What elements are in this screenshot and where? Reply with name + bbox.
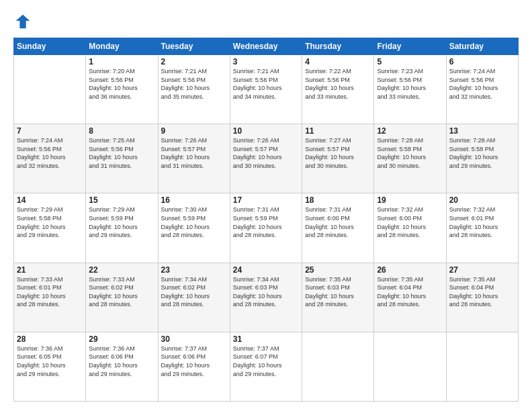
day-info: Sunrise: 7:21 AM Sunset: 5:56 PM Dayligh…	[161, 67, 227, 101]
day-number: 12	[377, 126, 443, 136]
calendar-header-friday: Friday	[374, 38, 446, 55]
day-number: 13	[449, 126, 515, 136]
day-number: 26	[377, 265, 443, 275]
calendar-cell: 20Sunrise: 7:32 AM Sunset: 6:01 PM Dayli…	[446, 193, 518, 263]
calendar-cell: 28Sunrise: 7:36 AM Sunset: 6:05 PM Dayli…	[14, 332, 86, 401]
calendar-cell: 9Sunrise: 7:26 AM Sunset: 5:57 PM Daylig…	[158, 124, 230, 193]
calendar-cell: 19Sunrise: 7:32 AM Sunset: 6:00 PM Dayli…	[374, 193, 446, 263]
day-info: Sunrise: 7:37 AM Sunset: 6:07 PM Dayligh…	[233, 345, 299, 378]
svg-marker-0	[16, 15, 30, 29]
calendar-cell: 29Sunrise: 7:36 AM Sunset: 6:06 PM Dayli…	[86, 332, 158, 401]
calendar-cell: 7Sunrise: 7:24 AM Sunset: 5:56 PM Daylig…	[14, 124, 86, 193]
calendar-cell: 12Sunrise: 7:28 AM Sunset: 5:58 PM Dayli…	[374, 124, 446, 193]
day-number: 3	[233, 57, 299, 66]
calendar-cell: 4Sunrise: 7:22 AM Sunset: 5:56 PM Daylig…	[302, 55, 374, 124]
day-info: Sunrise: 7:35 AM Sunset: 6:04 PM Dayligh…	[449, 275, 515, 309]
day-info: Sunrise: 7:21 AM Sunset: 5:56 PM Dayligh…	[233, 67, 299, 101]
day-info: Sunrise: 7:37 AM Sunset: 6:06 PM Dayligh…	[161, 345, 227, 378]
day-number: 9	[161, 126, 227, 136]
calendar-cell: 1Sunrise: 7:20 AM Sunset: 5:56 PM Daylig…	[86, 55, 158, 124]
day-number: 24	[233, 265, 299, 275]
day-number: 15	[89, 195, 154, 205]
day-info: Sunrise: 7:33 AM Sunset: 6:01 PM Dayligh…	[17, 275, 83, 309]
calendar-week-5: 28Sunrise: 7:36 AM Sunset: 6:05 PM Dayli…	[14, 332, 519, 401]
calendar-cell: 27Sunrise: 7:35 AM Sunset: 6:04 PM Dayli…	[446, 263, 518, 332]
calendar-cell	[302, 332, 374, 401]
day-info: Sunrise: 7:35 AM Sunset: 6:04 PM Dayligh…	[377, 275, 443, 309]
calendar-cell: 26Sunrise: 7:35 AM Sunset: 6:04 PM Dayli…	[374, 263, 446, 332]
day-number: 29	[89, 334, 154, 344]
day-number: 25	[305, 265, 371, 275]
logo-icon	[13, 12, 32, 31]
calendar-cell: 24Sunrise: 7:34 AM Sunset: 6:03 PM Dayli…	[230, 263, 302, 332]
calendar-header-row: SundayMondayTuesdayWednesdayThursdayFrid…	[14, 38, 519, 55]
calendar-cell: 3Sunrise: 7:21 AM Sunset: 5:56 PM Daylig…	[230, 55, 302, 124]
calendar-cell: 31Sunrise: 7:37 AM Sunset: 6:07 PM Dayli…	[230, 332, 302, 401]
day-info: Sunrise: 7:25 AM Sunset: 5:56 PM Dayligh…	[89, 136, 154, 170]
calendar-week-1: 1Sunrise: 7:20 AM Sunset: 5:56 PM Daylig…	[14, 55, 519, 124]
day-info: Sunrise: 7:26 AM Sunset: 5:57 PM Dayligh…	[161, 136, 227, 170]
day-number: 19	[377, 195, 443, 205]
day-number: 16	[161, 195, 227, 205]
calendar-table: SundayMondayTuesdayWednesdayThursdayFrid…	[13, 38, 519, 402]
calendar-cell: 11Sunrise: 7:27 AM Sunset: 5:57 PM Dayli…	[302, 124, 374, 193]
day-number: 6	[449, 57, 515, 66]
header	[13, 12, 519, 31]
day-info: Sunrise: 7:33 AM Sunset: 6:02 PM Dayligh…	[89, 275, 154, 309]
day-number: 28	[17, 334, 83, 344]
day-info: Sunrise: 7:30 AM Sunset: 5:59 PM Dayligh…	[161, 205, 227, 239]
day-number: 11	[305, 126, 371, 136]
day-number: 2	[161, 57, 227, 66]
day-info: Sunrise: 7:27 AM Sunset: 5:57 PM Dayligh…	[305, 136, 371, 170]
day-info: Sunrise: 7:36 AM Sunset: 6:06 PM Dayligh…	[89, 345, 154, 378]
calendar-cell: 17Sunrise: 7:31 AM Sunset: 5:59 PM Dayli…	[230, 193, 302, 263]
calendar-header-tuesday: Tuesday	[158, 38, 230, 55]
day-number: 31	[233, 334, 299, 344]
day-info: Sunrise: 7:28 AM Sunset: 5:58 PM Dayligh…	[449, 136, 515, 170]
calendar-week-3: 14Sunrise: 7:29 AM Sunset: 5:58 PM Dayli…	[14, 193, 519, 263]
day-number: 23	[161, 265, 227, 275]
day-info: Sunrise: 7:26 AM Sunset: 5:57 PM Dayligh…	[233, 136, 299, 170]
day-info: Sunrise: 7:29 AM Sunset: 5:58 PM Dayligh…	[17, 205, 83, 239]
calendar-header-wednesday: Wednesday	[230, 38, 302, 55]
day-info: Sunrise: 7:22 AM Sunset: 5:56 PM Dayligh…	[305, 67, 371, 101]
day-number: 8	[89, 126, 154, 136]
day-info: Sunrise: 7:24 AM Sunset: 5:56 PM Dayligh…	[449, 67, 515, 101]
day-info: Sunrise: 7:32 AM Sunset: 6:00 PM Dayligh…	[377, 205, 443, 239]
calendar-header-monday: Monday	[86, 38, 158, 55]
calendar-cell	[14, 55, 86, 124]
logo	[13, 12, 35, 31]
day-number: 30	[161, 334, 227, 344]
calendar-cell: 30Sunrise: 7:37 AM Sunset: 6:06 PM Dayli…	[158, 332, 230, 401]
calendar-cell: 5Sunrise: 7:23 AM Sunset: 5:56 PM Daylig…	[374, 55, 446, 124]
page: SundayMondayTuesdayWednesdayThursdayFrid…	[0, 0, 532, 411]
day-info: Sunrise: 7:35 AM Sunset: 6:03 PM Dayligh…	[305, 275, 371, 309]
calendar-cell: 2Sunrise: 7:21 AM Sunset: 5:56 PM Daylig…	[158, 55, 230, 124]
day-number: 21	[17, 265, 83, 275]
day-number: 7	[17, 126, 83, 136]
calendar-cell: 10Sunrise: 7:26 AM Sunset: 5:57 PM Dayli…	[230, 124, 302, 193]
day-info: Sunrise: 7:24 AM Sunset: 5:56 PM Dayligh…	[17, 136, 83, 170]
calendar-cell: 13Sunrise: 7:28 AM Sunset: 5:58 PM Dayli…	[446, 124, 518, 193]
calendar-cell: 23Sunrise: 7:34 AM Sunset: 6:02 PM Dayli…	[158, 263, 230, 332]
day-number: 27	[449, 265, 515, 275]
calendar-cell	[446, 332, 518, 401]
day-info: Sunrise: 7:32 AM Sunset: 6:01 PM Dayligh…	[449, 205, 515, 239]
calendar-cell: 14Sunrise: 7:29 AM Sunset: 5:58 PM Dayli…	[14, 193, 86, 263]
day-number: 1	[89, 57, 154, 66]
calendar-cell: 18Sunrise: 7:31 AM Sunset: 6:00 PM Dayli…	[302, 193, 374, 263]
calendar-cell	[374, 332, 446, 401]
day-info: Sunrise: 7:20 AM Sunset: 5:56 PM Dayligh…	[89, 67, 154, 101]
day-info: Sunrise: 7:28 AM Sunset: 5:58 PM Dayligh…	[377, 136, 443, 170]
calendar-cell: 22Sunrise: 7:33 AM Sunset: 6:02 PM Dayli…	[86, 263, 158, 332]
day-info: Sunrise: 7:31 AM Sunset: 6:00 PM Dayligh…	[305, 205, 371, 239]
calendar-header-sunday: Sunday	[14, 38, 86, 55]
day-number: 22	[89, 265, 154, 275]
day-number: 14	[17, 195, 83, 205]
calendar-cell: 25Sunrise: 7:35 AM Sunset: 6:03 PM Dayli…	[302, 263, 374, 332]
day-info: Sunrise: 7:34 AM Sunset: 6:03 PM Dayligh…	[233, 275, 299, 309]
calendar-header-thursday: Thursday	[302, 38, 374, 55]
day-info: Sunrise: 7:31 AM Sunset: 5:59 PM Dayligh…	[233, 205, 299, 239]
calendar-week-2: 7Sunrise: 7:24 AM Sunset: 5:56 PM Daylig…	[14, 124, 519, 193]
day-number: 17	[233, 195, 299, 205]
